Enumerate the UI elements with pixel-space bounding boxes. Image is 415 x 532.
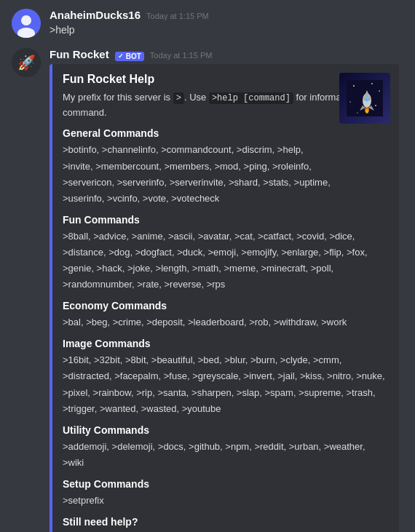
- svg-point-8: [379, 90, 380, 92]
- username: AnaheimDucks16: [50, 9, 141, 21]
- image-commands-title: Image Commands: [63, 338, 389, 349]
- svg-text:🚀: 🚀: [17, 54, 36, 71]
- svg-point-11: [357, 112, 358, 114]
- bot-message-header: Fun Rocket ✓ BOT Today at 1:15 PM: [50, 48, 403, 61]
- bot-embed: Fun Rocket Help My prefix for this serve…: [50, 64, 399, 533]
- bot-message-content: Fun Rocket ✓ BOT Today at 1:15 PM: [50, 48, 403, 532]
- user-avatar: [12, 9, 41, 38]
- user-message: AnaheimDucks16 Today at 1:15 PM >help: [12, 9, 403, 38]
- bot-tag: ✓ BOT: [115, 52, 144, 61]
- bot-username: Fun Rocket: [50, 48, 109, 60]
- bot-timestamp: Today at 1:15 PM: [150, 51, 213, 60]
- setup-commands-title: Setup Commands: [63, 478, 389, 490]
- fun-commands-title: Fun Commands: [63, 214, 389, 226]
- bot-message: 🚀 Fun Rocket ✓ BOT Today at 1:15 PM: [12, 48, 403, 532]
- general-commands-title: General Commands: [63, 127, 389, 139]
- general-commands-content: >botinfo, >channelinfo, >commandcount, >…: [63, 142, 389, 206]
- svg-point-7: [371, 83, 373, 84]
- economy-commands-content: >bal, >beg, >crime, >deposit, >leaderboa…: [63, 314, 389, 330]
- rocket-image: [339, 73, 390, 124]
- embed-thumbnail: [339, 73, 390, 124]
- checkmark-icon: ✓: [118, 52, 124, 60]
- svg-point-14: [365, 98, 369, 101]
- setup-commands-content: >setprefix: [63, 493, 389, 509]
- economy-commands-title: Economy Commands: [63, 300, 389, 311]
- bot-avatar: 🚀: [12, 48, 41, 77]
- user-message-content: AnaheimDucks16 Today at 1:15 PM >help: [50, 9, 403, 38]
- image-commands-content: >16bit, >32bit, >8bit, >beautiful, >bed,…: [63, 352, 389, 416]
- svg-point-1: [21, 15, 31, 25]
- timestamp: Today at 1:15 PM: [146, 12, 209, 20]
- svg-point-9: [349, 101, 351, 103]
- message-header: AnaheimDucks16 Today at 1:15 PM: [50, 9, 403, 21]
- still-need-help-title: Still need help?: [63, 516, 389, 528]
- utility-commands-title: Utility Commands: [63, 424, 389, 436]
- message-text: >help: [50, 23, 403, 38]
- utility-commands-content: >addemoji, >delemoji, >docs, >github, >n…: [63, 439, 389, 471]
- svg-point-18: [365, 109, 368, 114]
- fun-commands-content: >8ball, >advice, >anime, >ascii, >avatar…: [63, 229, 389, 293]
- svg-point-6: [353, 85, 355, 87]
- svg-point-10: [375, 105, 376, 106]
